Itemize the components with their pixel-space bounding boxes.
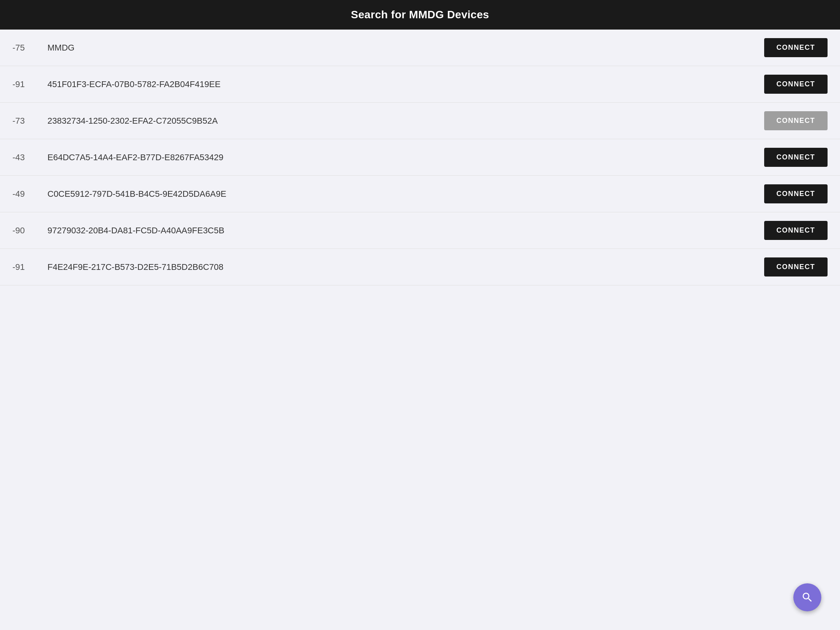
device-info: -43E64DC7A5-14A4-EAF2-B77D-E8267FA53429: [12, 152, 764, 163]
device-rssi: -75: [12, 43, 32, 53]
device-name: 97279032-20B4-DA81-FC5D-A40AA9FE3C5B: [47, 226, 224, 236]
device-name: MMDG: [47, 43, 75, 53]
device-row: -43E64DC7A5-14A4-EAF2-B77D-E8267FA53429C…: [0, 139, 840, 176]
connect-button[interactable]: CONNECT: [764, 148, 828, 167]
connect-button[interactable]: CONNECT: [764, 184, 828, 203]
device-info: -9097279032-20B4-DA81-FC5D-A40AA9FE3C5B: [12, 226, 764, 236]
page-header: Search for MMDG Devices: [0, 0, 840, 30]
device-info: -7323832734-1250-2302-EFA2-C72055C9B52A: [12, 116, 764, 126]
device-rssi: -43: [12, 152, 32, 163]
device-list: -75MMDGCONNECT-91451F01F3-ECFA-07B0-5782…: [0, 30, 840, 285]
device-rssi: -91: [12, 79, 32, 89]
device-name: 23832734-1250-2302-EFA2-C72055C9B52A: [47, 116, 218, 126]
device-info: -91451F01F3-ECFA-07B0-5782-FA2B04F419EE: [12, 79, 764, 89]
page-title: Search for MMDG Devices: [351, 9, 489, 21]
device-rssi: -90: [12, 226, 32, 236]
device-row: -91F4E24F9E-217C-B573-D2E5-71B5D2B6C708C…: [0, 249, 840, 285]
device-rssi: -49: [12, 189, 32, 199]
device-row: -91451F01F3-ECFA-07B0-5782-FA2B04F419EEC…: [0, 66, 840, 103]
connect-button[interactable]: CONNECT: [764, 75, 828, 94]
device-row: -75MMDGCONNECT: [0, 30, 840, 66]
search-fab-button[interactable]: [793, 583, 821, 611]
device-name: E64DC7A5-14A4-EAF2-B77D-E8267FA53429: [47, 152, 224, 163]
device-row: -9097279032-20B4-DA81-FC5D-A40AA9FE3C5BC…: [0, 212, 840, 249]
connect-button: CONNECT: [764, 111, 828, 130]
device-info: -49C0CE5912-797D-541B-B4C5-9E42D5DA6A9E: [12, 189, 764, 199]
device-rssi: -91: [12, 262, 32, 272]
device-info: -75MMDG: [12, 43, 764, 53]
device-row: -49C0CE5912-797D-541B-B4C5-9E42D5DA6A9EC…: [0, 176, 840, 212]
device-rssi: -73: [12, 116, 32, 126]
device-row: -7323832734-1250-2302-EFA2-C72055C9B52AC…: [0, 103, 840, 139]
device-name: F4E24F9E-217C-B573-D2E5-71B5D2B6C708: [47, 262, 223, 272]
connect-button[interactable]: CONNECT: [764, 257, 828, 276]
connect-button[interactable]: CONNECT: [764, 221, 828, 240]
device-info: -91F4E24F9E-217C-B573-D2E5-71B5D2B6C708: [12, 262, 764, 272]
connect-button[interactable]: CONNECT: [764, 38, 828, 57]
search-icon: [801, 591, 814, 604]
device-name: 451F01F3-ECFA-07B0-5782-FA2B04F419EE: [47, 79, 220, 89]
device-name: C0CE5912-797D-541B-B4C5-9E42D5DA6A9E: [47, 189, 226, 199]
